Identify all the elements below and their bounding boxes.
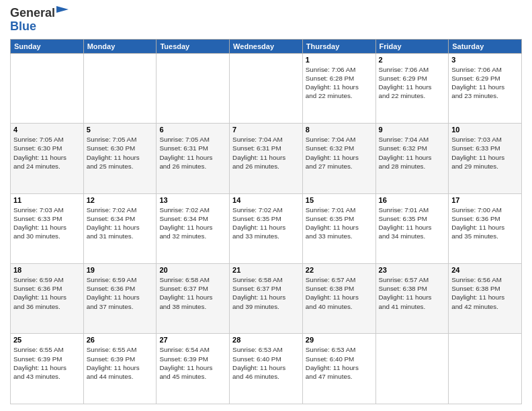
day-info: Sunrise: 6:53 AMSunset: 6:40 PMDaylight:… xyxy=(306,345,373,381)
calendar-week-1: 4Sunrise: 7:05 AMSunset: 6:30 PMDaylight… xyxy=(11,124,522,193)
day-info: Sunrise: 7:06 AMSunset: 6:28 PMDaylight:… xyxy=(306,65,373,101)
calendar-cell: 22Sunrise: 6:57 AMSunset: 6:38 PMDayligh… xyxy=(302,264,375,334)
day-info: Sunrise: 7:02 AMSunset: 6:34 PMDaylight:… xyxy=(87,205,154,241)
calendar-cell: 2Sunrise: 7:06 AMSunset: 6:29 PMDaylight… xyxy=(375,53,449,123)
day-number: 3 xyxy=(451,56,519,64)
day-number: 7 xyxy=(232,126,300,134)
calendar-cell: 8Sunrise: 7:04 AMSunset: 6:32 PMDaylight… xyxy=(302,124,375,193)
calendar-cell: 25Sunrise: 6:55 AMSunset: 6:39 PMDayligh… xyxy=(11,334,84,404)
day-number: 20 xyxy=(159,266,226,274)
calendar-header-monday: Monday xyxy=(83,39,157,53)
calendar-cell: 6Sunrise: 7:05 AMSunset: 6:31 PMDaylight… xyxy=(157,124,230,193)
day-info: Sunrise: 6:56 AMSunset: 6:38 PMDaylight:… xyxy=(451,275,519,311)
day-number: 17 xyxy=(451,196,519,204)
calendar-header-thursday: Thursday xyxy=(302,39,375,53)
calendar-cell xyxy=(375,334,449,404)
day-info: Sunrise: 6:55 AMSunset: 6:39 PMDaylight:… xyxy=(87,345,154,381)
logo: General Blue xyxy=(10,7,69,34)
calendar-cell xyxy=(157,53,230,123)
calendar-cell: 21Sunrise: 6:58 AMSunset: 6:37 PMDayligh… xyxy=(230,264,303,334)
day-number: 29 xyxy=(306,336,373,344)
calendar-cell: 14Sunrise: 7:02 AMSunset: 6:35 PMDayligh… xyxy=(230,193,303,263)
day-info: Sunrise: 7:05 AMSunset: 6:31 PMDaylight:… xyxy=(159,135,226,171)
logo-blue: Blue xyxy=(10,20,36,34)
calendar-header-saturday: Saturday xyxy=(449,39,522,53)
day-info: Sunrise: 7:02 AMSunset: 6:34 PMDaylight:… xyxy=(159,205,226,241)
calendar-cell: 7Sunrise: 7:04 AMSunset: 6:31 PMDaylight… xyxy=(230,124,303,193)
day-number: 13 xyxy=(159,196,226,204)
calendar-cell: 5Sunrise: 7:05 AMSunset: 6:30 PMDaylight… xyxy=(83,124,157,193)
day-number: 14 xyxy=(232,196,300,204)
calendar-cell: 4Sunrise: 7:05 AMSunset: 6:30 PMDaylight… xyxy=(11,124,84,193)
day-number: 8 xyxy=(306,126,373,134)
calendar-header-sunday: Sunday xyxy=(11,39,84,53)
day-number: 4 xyxy=(13,126,81,134)
day-number: 19 xyxy=(87,266,154,274)
calendar-cell xyxy=(83,53,157,123)
day-info: Sunrise: 7:00 AMSunset: 6:36 PMDaylight:… xyxy=(451,205,519,241)
day-number: 5 xyxy=(87,126,154,134)
day-number: 10 xyxy=(451,126,519,134)
day-number: 24 xyxy=(451,266,519,274)
logo-general: General xyxy=(10,7,55,20)
day-info: Sunrise: 7:06 AMSunset: 6:29 PMDaylight:… xyxy=(379,65,446,101)
day-info: Sunrise: 7:05 AMSunset: 6:30 PMDaylight:… xyxy=(13,135,81,171)
calendar-cell: 20Sunrise: 6:58 AMSunset: 6:37 PMDayligh… xyxy=(157,264,230,334)
day-number: 15 xyxy=(306,196,373,204)
day-info: Sunrise: 6:58 AMSunset: 6:37 PMDaylight:… xyxy=(232,275,300,311)
calendar-week-2: 11Sunrise: 7:03 AMSunset: 6:33 PMDayligh… xyxy=(11,193,522,263)
day-number: 27 xyxy=(159,336,226,344)
day-number: 22 xyxy=(306,266,373,274)
calendar-cell: 17Sunrise: 7:00 AMSunset: 6:36 PMDayligh… xyxy=(449,193,522,263)
svg-marker-0 xyxy=(56,6,69,13)
day-info: Sunrise: 6:57 AMSunset: 6:38 PMDaylight:… xyxy=(379,275,446,311)
day-info: Sunrise: 7:04 AMSunset: 6:32 PMDaylight:… xyxy=(379,135,446,171)
calendar-cell: 1Sunrise: 7:06 AMSunset: 6:28 PMDaylight… xyxy=(302,53,375,123)
calendar-cell: 18Sunrise: 6:59 AMSunset: 6:36 PMDayligh… xyxy=(11,264,84,334)
calendar-cell: 12Sunrise: 7:02 AMSunset: 6:34 PMDayligh… xyxy=(83,193,157,263)
calendar-cell xyxy=(449,334,522,404)
day-info: Sunrise: 6:59 AMSunset: 6:36 PMDaylight:… xyxy=(13,275,81,311)
day-number: 21 xyxy=(232,266,300,274)
calendar-header-wednesday: Wednesday xyxy=(230,39,303,53)
day-number: 12 xyxy=(87,196,154,204)
day-number: 18 xyxy=(13,266,81,274)
calendar-cell xyxy=(230,53,303,123)
calendar-cell: 11Sunrise: 7:03 AMSunset: 6:33 PMDayligh… xyxy=(11,193,84,263)
day-info: Sunrise: 7:04 AMSunset: 6:31 PMDaylight:… xyxy=(232,135,300,171)
day-info: Sunrise: 7:03 AMSunset: 6:33 PMDaylight:… xyxy=(451,135,519,171)
calendar-cell: 10Sunrise: 7:03 AMSunset: 6:33 PMDayligh… xyxy=(449,124,522,193)
day-info: Sunrise: 6:55 AMSunset: 6:39 PMDaylight:… xyxy=(13,345,81,381)
calendar-cell xyxy=(11,53,84,123)
calendar-cell: 23Sunrise: 6:57 AMSunset: 6:38 PMDayligh… xyxy=(375,264,449,334)
day-number: 25 xyxy=(13,336,81,344)
calendar-cell: 16Sunrise: 7:01 AMSunset: 6:35 PMDayligh… xyxy=(375,193,449,263)
day-info: Sunrise: 6:54 AMSunset: 6:39 PMDaylight:… xyxy=(159,345,226,381)
day-info: Sunrise: 6:57 AMSunset: 6:38 PMDaylight:… xyxy=(306,275,373,311)
day-info: Sunrise: 7:03 AMSunset: 6:33 PMDaylight:… xyxy=(13,205,81,241)
calendar-cell: 29Sunrise: 6:53 AMSunset: 6:40 PMDayligh… xyxy=(302,334,375,404)
page: General Blue SundayMondayTuesdayWednesda… xyxy=(0,0,532,411)
logo-flag-icon xyxy=(56,6,69,18)
header: General Blue xyxy=(10,7,522,34)
calendar-cell: 19Sunrise: 6:59 AMSunset: 6:36 PMDayligh… xyxy=(83,264,157,334)
day-info: Sunrise: 6:53 AMSunset: 6:40 PMDaylight:… xyxy=(232,345,300,381)
day-number: 28 xyxy=(232,336,300,344)
calendar-header-tuesday: Tuesday xyxy=(157,39,230,53)
day-number: 2 xyxy=(379,56,446,64)
calendar-cell: 15Sunrise: 7:01 AMSunset: 6:35 PMDayligh… xyxy=(302,193,375,263)
day-info: Sunrise: 7:02 AMSunset: 6:35 PMDaylight:… xyxy=(232,205,300,241)
day-number: 26 xyxy=(87,336,154,344)
calendar-cell: 28Sunrise: 6:53 AMSunset: 6:40 PMDayligh… xyxy=(230,334,303,404)
calendar-cell: 13Sunrise: 7:02 AMSunset: 6:34 PMDayligh… xyxy=(157,193,230,263)
day-number: 16 xyxy=(379,196,446,204)
calendar-header-friday: Friday xyxy=(375,39,449,53)
calendar-week-3: 18Sunrise: 6:59 AMSunset: 6:36 PMDayligh… xyxy=(11,264,522,334)
calendar-cell: 27Sunrise: 6:54 AMSunset: 6:39 PMDayligh… xyxy=(157,334,230,404)
day-info: Sunrise: 7:06 AMSunset: 6:29 PMDaylight:… xyxy=(451,65,519,101)
day-number: 11 xyxy=(13,196,81,204)
calendar-cell: 26Sunrise: 6:55 AMSunset: 6:39 PMDayligh… xyxy=(83,334,157,404)
calendar-table: SundayMondayTuesdayWednesdayThursdayFrid… xyxy=(10,39,522,404)
calendar-week-4: 25Sunrise: 6:55 AMSunset: 6:39 PMDayligh… xyxy=(11,334,522,404)
day-info: Sunrise: 6:58 AMSunset: 6:37 PMDaylight:… xyxy=(159,275,226,311)
